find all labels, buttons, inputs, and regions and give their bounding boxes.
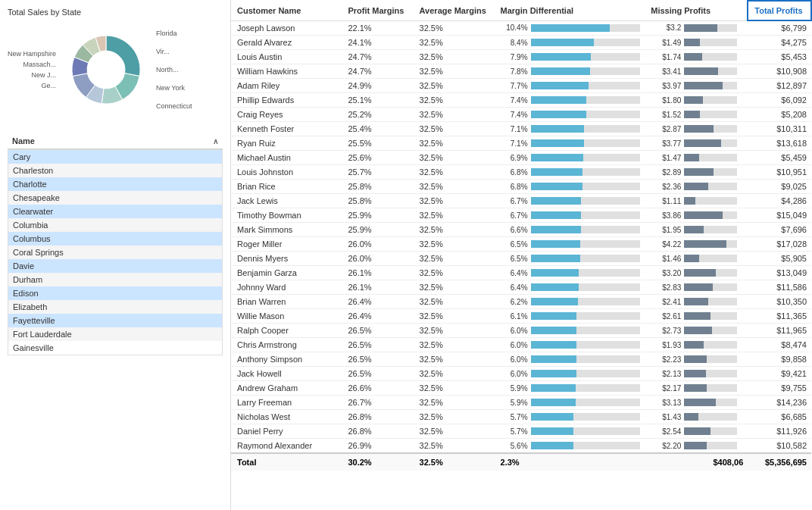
cell-margin-diff: 6.2% bbox=[495, 295, 645, 309]
city-item[interactable]: Fort Lauderdale bbox=[8, 327, 222, 341]
cell-total-profit: $10,311 bbox=[748, 122, 811, 136]
cell-missing-profits: $2.61 bbox=[645, 309, 748, 324]
data-table: Customer Name Profit Margins Average Mar… bbox=[231, 0, 812, 471]
cell-customer-name: Jack Lewis bbox=[231, 194, 342, 208]
donut-label-left: New J... bbox=[8, 71, 56, 79]
col-profit-margins[interactable]: Profit Margins bbox=[342, 1, 413, 20]
cell-missing-profits: $3.86 bbox=[645, 208, 748, 223]
cell-avg-margin: 32.5% bbox=[414, 396, 495, 410]
cell-profit-margin: 26.4% bbox=[342, 309, 413, 324]
cell-profit-margin: 26.6% bbox=[342, 381, 413, 396]
cell-profit-margin: 26.7% bbox=[342, 396, 413, 410]
col-customer-name[interactable]: Customer Name bbox=[231, 1, 342, 20]
city-item[interactable]: Charlotte bbox=[8, 177, 222, 191]
city-item[interactable]: Davie bbox=[8, 259, 222, 273]
cell-customer-name: Gerald Alvarez bbox=[231, 36, 342, 50]
cell-total-profit: $11,586 bbox=[748, 280, 811, 295]
cell-customer-name: Brian Rice bbox=[231, 180, 342, 194]
table-footer: Total 30.2% 32.5% 2.3% $408,06 $5,356,69… bbox=[231, 453, 811, 471]
table-row: Larry Freeman26.7%32.5%5.9%$3.13$14,236 bbox=[231, 396, 811, 410]
cell-profit-margin: 25.1% bbox=[342, 93, 413, 108]
cell-margin-diff: 6.0% bbox=[495, 352, 645, 367]
cell-profit-margin: 25.4% bbox=[342, 122, 413, 136]
col-avg-margins[interactable]: Average Margins bbox=[414, 1, 495, 20]
cell-profit-margin: 25.7% bbox=[342, 165, 413, 180]
city-item[interactable]: Edison bbox=[8, 286, 222, 300]
cell-total-profit: $11,926 bbox=[748, 424, 811, 439]
cell-missing-profits: $1.49 bbox=[645, 36, 748, 50]
city-item[interactable]: Clearwater bbox=[8, 205, 222, 218]
cell-total-profit: $13,618 bbox=[748, 136, 811, 151]
city-item[interactable]: Charleston bbox=[8, 164, 222, 177]
cell-customer-name: William Hawkins bbox=[231, 64, 342, 79]
city-item[interactable]: Gainesville bbox=[8, 341, 222, 355]
cell-customer-name: Larry Freeman bbox=[231, 396, 342, 410]
table-row: Johnny Ward26.1%32.5%6.4%$2.83$11,586 bbox=[231, 280, 811, 295]
cell-missing-profits: $3.2 bbox=[645, 20, 748, 36]
table-row: Michael Austin25.6%32.5%6.9%$1.47$5,459 bbox=[231, 151, 811, 165]
city-item[interactable]: Durham bbox=[8, 273, 222, 286]
donut-labels-left: New HampshireMassach...New J...Ge... bbox=[8, 50, 56, 89]
cell-missing-profits: $2.73 bbox=[645, 324, 748, 338]
cell-customer-name: Craig Reyes bbox=[231, 108, 342, 122]
cell-margin-diff: 7.1% bbox=[495, 136, 645, 151]
donut-label-left: Ge... bbox=[8, 82, 56, 89]
table-body: Joseph Lawson22.1%32.5%10.4%$3.2$6,799Ge… bbox=[231, 20, 811, 453]
cell-missing-profits: $1.47 bbox=[645, 151, 748, 165]
city-item[interactable]: Columbia bbox=[8, 218, 222, 232]
cell-total-profit: $5,208 bbox=[748, 108, 811, 122]
cell-avg-margin: 32.5% bbox=[414, 309, 495, 324]
cell-profit-margin: 22.1% bbox=[342, 20, 413, 36]
city-item[interactable]: Cary bbox=[8, 150, 222, 164]
cell-missing-profits: $2.23 bbox=[645, 352, 748, 367]
table-row: Gerald Alvarez24.1%32.5%8.4%$1.49$4,275 bbox=[231, 36, 811, 50]
table-row: Craig Reyes25.2%32.5%7.4%$1.52$5,208 bbox=[231, 108, 811, 122]
cell-profit-margin: 26.1% bbox=[342, 280, 413, 295]
city-list[interactable]: CaryCharlestonCharlotteChesapeakeClearwa… bbox=[8, 149, 223, 355]
cell-avg-margin: 32.5% bbox=[414, 252, 495, 266]
cell-profit-margin: 26.8% bbox=[342, 424, 413, 439]
cell-avg-margin: 32.5% bbox=[414, 108, 495, 122]
cell-customer-name: Michael Austin bbox=[231, 151, 342, 165]
cell-customer-name: Kenneth Foster bbox=[231, 122, 342, 136]
cell-missing-profits: $1.46 bbox=[645, 252, 748, 266]
city-item[interactable]: Elizabeth bbox=[8, 300, 222, 314]
sort-icon[interactable]: ∧ bbox=[213, 137, 218, 145]
cell-customer-name: Ryan Ruiz bbox=[231, 136, 342, 151]
cell-missing-profits: $1.43 bbox=[645, 410, 748, 424]
cell-margin-diff: 5.6% bbox=[495, 439, 645, 454]
cell-total-profit: $17,028 bbox=[748, 237, 811, 252]
cell-margin-diff: 5.9% bbox=[495, 396, 645, 410]
cell-avg-margin: 32.5% bbox=[414, 381, 495, 396]
cell-customer-name: Louis Johnston bbox=[231, 165, 342, 180]
main-content: Customer Name Profit Margins Average Mar… bbox=[231, 0, 812, 510]
city-item[interactable]: Columbus bbox=[8, 232, 222, 246]
cell-customer-name: Jack Howell bbox=[231, 367, 342, 381]
cell-margin-diff: 6.7% bbox=[495, 208, 645, 223]
table-row: Joseph Lawson22.1%32.5%10.4%$3.2$6,799 bbox=[231, 20, 811, 36]
cell-missing-profits: $1.95 bbox=[645, 223, 748, 237]
cell-missing-profits: $3.77 bbox=[645, 136, 748, 151]
city-item[interactable]: Fayetteville bbox=[8, 314, 222, 327]
cell-avg-margin: 32.5% bbox=[414, 151, 495, 165]
cell-total-profit: $9,755 bbox=[748, 381, 811, 396]
cell-profit-margin: 26.5% bbox=[342, 324, 413, 338]
cell-margin-diff: 7.8% bbox=[495, 64, 645, 79]
cell-margin-diff: 6.8% bbox=[495, 165, 645, 180]
col-missing-profits[interactable]: Missing Profits bbox=[645, 1, 748, 20]
cell-customer-name: Louis Austin bbox=[231, 50, 342, 64]
col-total-profits[interactable]: Total Profits bbox=[748, 1, 811, 20]
cell-missing-profits: $1.80 bbox=[645, 93, 748, 108]
total-margin-diff: 2.3% bbox=[495, 453, 645, 471]
total-avg-margin: 32.5% bbox=[414, 453, 495, 471]
col-margin-diff[interactable]: Margin Differential bbox=[495, 1, 645, 20]
city-item[interactable]: Chesapeake bbox=[8, 191, 222, 205]
cell-total-profit: $14,236 bbox=[748, 396, 811, 410]
cell-total-profit: $10,951 bbox=[748, 165, 811, 180]
cell-missing-profits: $2.89 bbox=[645, 165, 748, 180]
cell-missing-profits: $2.17 bbox=[645, 381, 748, 396]
cell-profit-margin: 25.5% bbox=[342, 136, 413, 151]
cell-avg-margin: 32.5% bbox=[414, 439, 495, 454]
city-item[interactable]: Coral Springs bbox=[8, 246, 222, 259]
table-row: Kenneth Foster25.4%32.5%7.1%$2.87$10,311 bbox=[231, 122, 811, 136]
